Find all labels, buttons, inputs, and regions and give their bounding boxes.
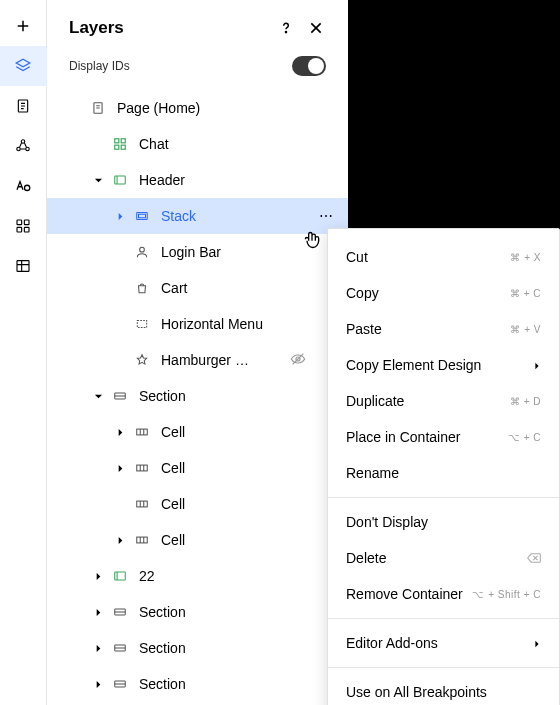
rail-apps[interactable] — [0, 206, 47, 246]
tree-node-label: Cart — [161, 280, 187, 296]
tree-node-label: Chat — [139, 136, 169, 152]
svg-rect-26 — [137, 537, 148, 543]
tree-node-label: Stack — [161, 208, 196, 224]
menu-separator — [328, 497, 559, 498]
section-icon — [111, 387, 129, 405]
tree-node-label: 22 — [139, 568, 155, 584]
svg-rect-25 — [137, 501, 148, 507]
chevron-none-icon — [69, 101, 83, 115]
chevron-right-icon[interactable] — [91, 641, 105, 655]
tree-node-label: Section — [139, 388, 186, 404]
menu-item[interactable]: Rename — [328, 455, 559, 491]
tree-node-twentytwo[interactable]: 22 — [47, 558, 348, 594]
tree-node-section1[interactable]: Section — [47, 378, 348, 414]
svg-point-2 — [17, 147, 20, 150]
tree-node-cell3[interactable]: Cell — [47, 486, 348, 522]
chevron-right-icon[interactable] — [91, 605, 105, 619]
tree-node-page[interactable]: Page (Home) — [47, 90, 348, 126]
tree-node-hmenu[interactable]: Horizontal Menu — [47, 306, 348, 342]
user-icon — [133, 243, 151, 261]
rail-cms[interactable] — [0, 246, 47, 286]
tree-node-header[interactable]: Header — [47, 162, 348, 198]
svg-rect-27 — [115, 572, 126, 580]
tree-node-section3[interactable]: Section — [47, 630, 348, 666]
menu-item[interactable]: Editor Add-ons — [328, 625, 559, 661]
rail-typography[interactable] — [0, 166, 47, 206]
tree-node-hamburger[interactable]: Hamburger … — [47, 342, 348, 378]
section-icon — [111, 675, 129, 693]
menu-item[interactable]: Copy⌘ + C — [328, 275, 559, 311]
rail-pages[interactable] — [0, 86, 47, 126]
cell-icon — [133, 495, 151, 513]
tree-node-label: Cell — [161, 424, 185, 440]
cell-icon — [133, 459, 151, 477]
bag-icon — [133, 279, 151, 297]
chevron-down-icon[interactable] — [91, 173, 105, 187]
chevron-right-icon[interactable] — [113, 461, 127, 475]
tree-node-cell4[interactable]: Cell — [47, 522, 348, 558]
panel-header: Layers — [47, 0, 348, 52]
menu-shortcut: ⌘ + D — [510, 396, 541, 407]
chevron-right-icon[interactable] — [91, 569, 105, 583]
menu-item-label: Use on All Breakpoints — [346, 684, 487, 700]
more-actions-icon[interactable]: ⋯ — [316, 208, 336, 224]
menu-item[interactable]: Delete — [328, 540, 559, 576]
menu-item[interactable]: Cut⌘ + X — [328, 239, 559, 275]
menu-item-label: Copy Element Design — [346, 357, 481, 373]
section-icon — [111, 603, 129, 621]
tree-node-cell2[interactable]: Cell — [47, 450, 348, 486]
tree-node-stack[interactable]: Stack⋯ — [47, 198, 348, 234]
tree-node-cell1[interactable]: Cell — [47, 414, 348, 450]
hidden-eye-icon[interactable] — [290, 351, 306, 370]
chevron-right-icon[interactable] — [113, 209, 127, 223]
section-icon — [111, 639, 129, 657]
chevron-none-icon — [113, 281, 127, 295]
tree-node-section4[interactable]: Section — [47, 666, 348, 702]
svg-rect-8 — [24, 227, 29, 232]
menu-item[interactable]: Copy Element Design — [328, 347, 559, 383]
rail-add[interactable] — [0, 6, 47, 46]
layer-tree: Page (Home)ChatHeaderStack⋯Login BarCart… — [47, 90, 348, 705]
tree-node-section2[interactable]: Section — [47, 594, 348, 630]
menu-item-label: Rename — [346, 465, 399, 481]
tree-node-chat[interactable]: Chat — [47, 126, 348, 162]
svg-rect-9 — [17, 261, 29, 272]
svg-rect-20 — [137, 321, 146, 328]
rail-team[interactable] — [0, 126, 47, 166]
menu-item[interactable]: Use on All Breakpoints — [328, 674, 559, 705]
panel-title: Layers — [69, 18, 266, 38]
tree-node-loginbar[interactable]: Login Bar — [47, 234, 348, 270]
tree-node-cart[interactable]: Cart — [47, 270, 348, 306]
menu-item-label: Cut — [346, 249, 368, 265]
chevron-down-icon[interactable] — [91, 389, 105, 403]
tree-node-label: Login Bar — [161, 244, 221, 260]
chevron-none-icon — [113, 353, 127, 367]
menu-item[interactable]: Paste⌘ + V — [328, 311, 559, 347]
menu-item-label: Place in Container — [346, 429, 460, 445]
menu-item-label: Delete — [346, 550, 386, 566]
svg-rect-15 — [121, 145, 125, 149]
menu-item[interactable]: Don't Display — [328, 504, 559, 540]
menu-shortcut: ⌘ + V — [510, 324, 541, 335]
tree-node-label: Section — [139, 676, 186, 692]
tree-node-label: Section — [139, 604, 186, 620]
menu-item[interactable]: Remove Container⌥ + Shift + C — [328, 576, 559, 612]
chevron-right-icon[interactable] — [113, 425, 127, 439]
svg-point-3 — [26, 147, 29, 150]
display-ids-row: Display IDs — [47, 52, 348, 90]
tree-node-label: Header — [139, 172, 185, 188]
tree-node-label: Cell — [161, 532, 185, 548]
menu-item[interactable]: Place in Container⌥ + C — [328, 419, 559, 455]
close-icon[interactable] — [306, 18, 326, 38]
menu-separator — [328, 667, 559, 668]
menu-item[interactable]: Duplicate⌘ + D — [328, 383, 559, 419]
rail-layers[interactable] — [0, 46, 47, 86]
chevron-right-icon[interactable] — [91, 677, 105, 691]
svg-rect-12 — [115, 139, 119, 143]
stack-icon — [133, 207, 151, 225]
help-icon[interactable] — [276, 18, 296, 38]
display-ids-toggle[interactable] — [292, 56, 326, 76]
svg-rect-13 — [121, 139, 125, 143]
chevron-right-icon[interactable] — [113, 533, 127, 547]
tree-node-label: Cell — [161, 496, 185, 512]
